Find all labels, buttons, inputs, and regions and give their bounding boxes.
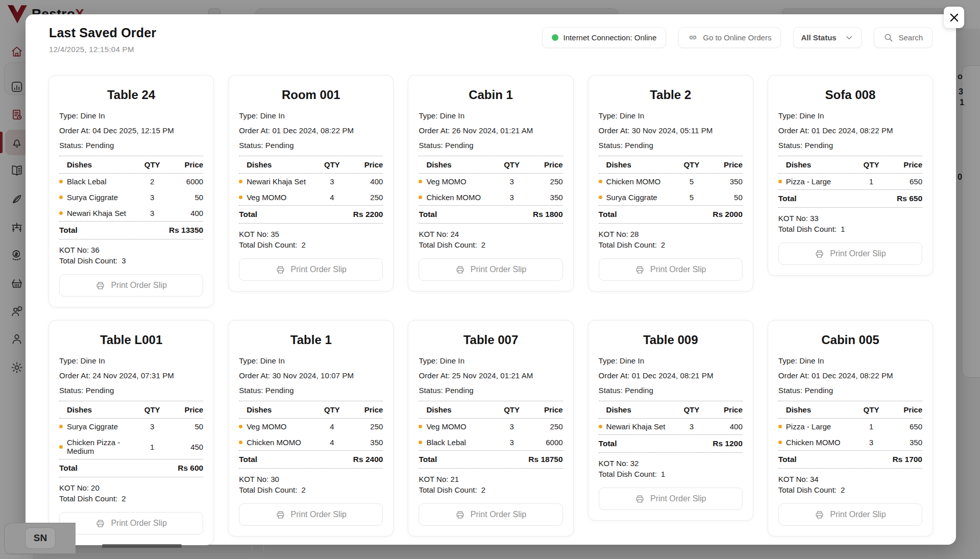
dish-count-label: Total Dish Count:: [239, 240, 297, 249]
dish-count-line: Total Dish Count:2: [239, 484, 383, 495]
print-order-slip-button[interactable]: Print Order Slip: [419, 503, 562, 526]
divider: [778, 207, 922, 208]
kot-label: KOT No:: [778, 214, 808, 223]
print-order-slip-button[interactable]: Print Order Slip: [599, 488, 743, 510]
dish-qty: 3: [857, 438, 886, 447]
kot-label: KOT No:: [599, 230, 628, 238]
table-name: Table 007: [419, 333, 562, 347]
order-card: Table 1 Type: Dine In Order At: 30 Nov 2…: [228, 320, 394, 537]
print-order-slip-button[interactable]: Print Order Slip: [419, 258, 562, 281]
order-time: Order At: 01 Dec 2024, 08:22 PM: [778, 371, 922, 380]
kot-value: 36: [91, 246, 100, 254]
dish-name: Veg MOMO: [247, 422, 317, 431]
table-name: Table 1: [239, 333, 383, 347]
dish-rows: Veg MOMO 4 250 Chicken MOMO 4 350: [239, 419, 383, 450]
printer-icon: [815, 510, 824, 520]
dish-count-label: Total Dish Count:: [239, 485, 297, 494]
dish-name: Chicken MOMO: [606, 177, 677, 186]
dish-count-value: 2: [841, 485, 845, 494]
printer-icon: [455, 510, 465, 520]
kot-label: KOT No:: [239, 475, 268, 483]
dish-row: Newari Khaja Set 3 400: [59, 205, 203, 221]
print-order-slip-label: Print Order Slip: [471, 510, 526, 519]
kot-label: KOT No:: [419, 475, 448, 483]
order-time: Order At: 26 Nov 2024, 01:21 AM: [419, 126, 562, 135]
print-order-slip-button[interactable]: Print Order Slip: [59, 274, 203, 297]
qty-column-header: QTY: [677, 160, 706, 169]
order-time: Order At: 24 Nov 2024, 07:31 PM: [59, 371, 203, 380]
print-order-slip-button[interactable]: Print Order Slip: [778, 242, 922, 265]
dish-name: Pizza - Large: [786, 177, 857, 186]
divider: [239, 468, 383, 469]
dish-bullet-icon: [59, 180, 63, 183]
printer-icon: [95, 519, 105, 528]
order-type: Type: Dine In: [778, 356, 922, 365]
print-order-slip-button[interactable]: Print Order Slip: [239, 503, 383, 526]
dish-name: Newari Khaja Set: [67, 209, 138, 217]
dish-count-value: 2: [301, 485, 305, 494]
dish-price: 350: [886, 438, 922, 447]
dish-count-line: Total Dish Count:2: [599, 239, 743, 250]
dishes-table-header: Dishes QTY Price: [239, 401, 383, 418]
dish-bullet-icon: [599, 425, 602, 428]
print-order-slip-button[interactable]: Print Order Slip: [59, 512, 203, 534]
dish-price: 400: [346, 177, 383, 186]
status-filter-dropdown[interactable]: All Status: [793, 27, 862, 48]
dish-row: Black Lebal 2 6000: [59, 174, 203, 189]
dish-name: Chicken MOMO: [786, 438, 857, 447]
close-button[interactable]: [944, 7, 964, 28]
total-label: Total: [778, 455, 797, 464]
dish-count-value: 2: [301, 240, 305, 249]
kot-label: KOT No:: [778, 475, 808, 483]
dishes-table-header: Dishes QTY Price: [59, 156, 203, 173]
qty-column-header: QTY: [857, 405, 886, 414]
order-type: Type: Dine In: [59, 356, 203, 365]
connection-label: Internet Connection: Online: [564, 33, 657, 42]
kot-number-line: KOT No:34: [778, 474, 922, 484]
price-column-header: Price: [706, 405, 743, 414]
kot-value: 21: [450, 475, 459, 483]
dish-count-label: Total Dish Count:: [59, 256, 117, 265]
dishes-table-header: Dishes QTY Price: [599, 156, 743, 173]
order-time: Order At: 25 Nov 2024, 01:21 AM: [419, 371, 562, 380]
total-row: Total Rs 600: [59, 459, 203, 477]
kot-number-line: KOT No:33: [778, 213, 922, 224]
search-button[interactable]: Search: [874, 27, 933, 48]
dish-qty: 3: [138, 193, 166, 202]
dishes-table-header: Dishes QTY Price: [599, 401, 743, 418]
print-order-slip-label: Print Order Slip: [291, 265, 347, 274]
order-type: Type: Dine In: [778, 111, 922, 120]
profile-card-border-fragment: [4, 553, 252, 554]
dish-name: Black Lebal: [426, 438, 497, 447]
divider: [599, 223, 743, 224]
total-value: Rs 13350: [169, 226, 203, 235]
table-name: Table 009: [599, 333, 743, 347]
print-order-slip-button[interactable]: Print Order Slip: [778, 503, 922, 526]
dishes-column-header: Dishes: [419, 160, 497, 169]
dishes-column-header: Dishes: [419, 405, 497, 414]
dish-qty: 1: [138, 443, 166, 451]
total-row: Total Rs 1200: [599, 435, 743, 452]
total-value: Rs 2000: [713, 210, 743, 219]
kot-number-line: KOT No:21: [419, 474, 562, 484]
dish-name: Black Lebal: [67, 177, 138, 186]
dish-count-line: Total Dish Count:2: [59, 493, 203, 504]
order-type: Type: Dine In: [599, 356, 743, 365]
dish-bullet-icon: [419, 441, 422, 444]
order-status: Status: Pending: [599, 386, 743, 395]
go-to-online-orders-button[interactable]: Go to Online Orders: [678, 27, 781, 48]
total-row: Total Rs 650: [778, 190, 922, 207]
print-order-slip-button[interactable]: Print Order Slip: [239, 258, 383, 281]
print-order-slip-button[interactable]: Print Order Slip: [599, 258, 743, 281]
dish-bullet-icon: [59, 425, 63, 428]
dishes-column-header: Dishes: [239, 160, 317, 169]
total-label: Total: [419, 455, 437, 464]
dish-bullet-icon: [599, 180, 602, 183]
total-value: Rs 1700: [892, 455, 922, 464]
dish-count-label: Total Dish Count:: [778, 485, 837, 494]
dishes-table-header: Dishes QTY Price: [419, 156, 562, 173]
kot-number-line: KOT No:36: [59, 245, 203, 255]
total-value: Rs 18750: [528, 455, 562, 464]
dish-qty: 3: [317, 177, 346, 186]
dish-price: 400: [706, 422, 743, 431]
